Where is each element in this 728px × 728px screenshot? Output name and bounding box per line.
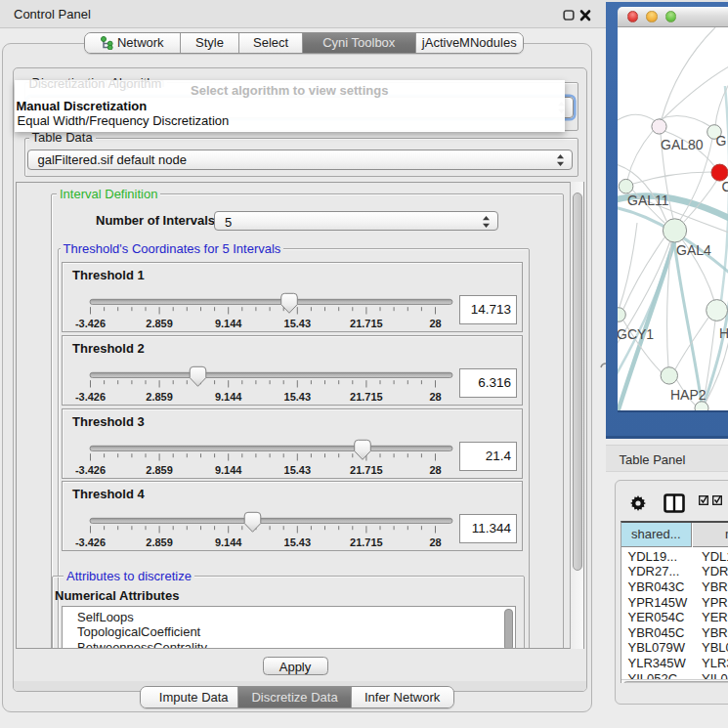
svg-text:15.43: 15.43 — [284, 391, 312, 403]
svg-text:15.43: 15.43 — [284, 318, 312, 329]
svg-text:-3.426: -3.426 — [75, 536, 106, 548]
svg-text:9.144: 9.144 — [215, 464, 242, 476]
svg-text:9.144: 9.144 — [215, 391, 242, 403]
svg-text:15.43: 15.43 — [284, 536, 312, 548]
svg-text:H: H — [719, 325, 728, 341]
svg-text:-3.426: -3.426 — [75, 391, 106, 403]
svg-text:28: 28 — [429, 318, 441, 329]
svg-text:GAL4: GAL4 — [676, 242, 711, 258]
svg-text:GCY1: GCY1 — [618, 325, 654, 341]
svg-text:28: 28 — [429, 464, 441, 476]
svg-text:GAL80: GAL80 — [661, 136, 704, 151]
svg-text:2.859: 2.859 — [146, 391, 173, 403]
svg-text:2.859: 2.859 — [146, 464, 173, 476]
svg-text:-3.426: -3.426 — [75, 464, 106, 476]
svg-text:2.859: 2.859 — [146, 536, 173, 548]
svg-text:28: 28 — [429, 536, 441, 548]
svg-text:28: 28 — [429, 391, 441, 403]
svg-text:21.715: 21.715 — [350, 536, 383, 548]
svg-text:2.859: 2.859 — [146, 318, 173, 329]
svg-text:15.43: 15.43 — [284, 464, 312, 476]
svg-text:21.715: 21.715 — [350, 318, 383, 329]
svg-text:GAL11: GAL11 — [627, 193, 669, 208]
svg-text:9.144: 9.144 — [215, 318, 242, 329]
svg-text:G: G — [715, 133, 726, 149]
svg-text:-3.426: -3.426 — [75, 318, 106, 329]
svg-text:21.715: 21.715 — [350, 464, 383, 476]
svg-text:9.144: 9.144 — [215, 536, 242, 548]
svg-text:HAP2: HAP2 — [670, 386, 707, 402]
svg-text:C: C — [721, 179, 728, 194]
svg-text:21.715: 21.715 — [350, 391, 383, 403]
